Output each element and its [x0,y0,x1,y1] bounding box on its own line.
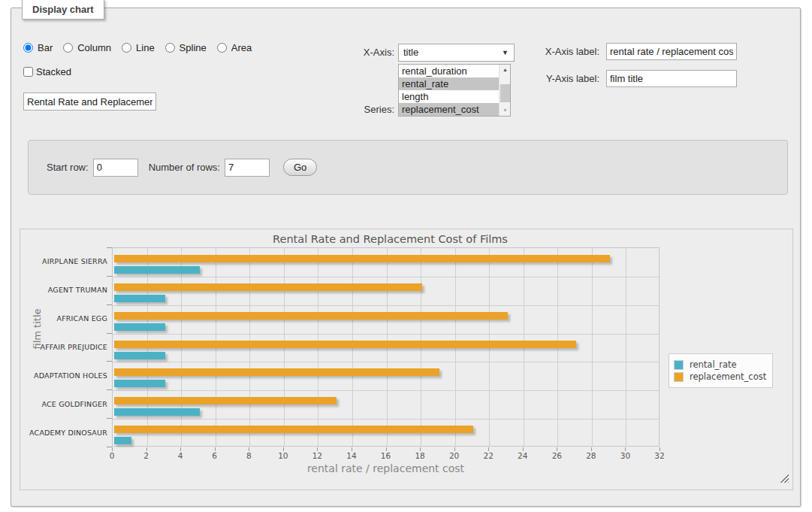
chart-title-input[interactable] [23,92,156,111]
bar-rental_rate [114,295,165,302]
bar-replacement_cost [114,341,576,348]
fieldset-legend: Display chart [22,0,104,20]
category-label: AFFAIR PREJUDICE [20,343,107,351]
radio-area-label[interactable]: Area [231,42,252,53]
bar-replacement_cost [114,255,610,262]
bar-rental_rate [114,323,165,331]
bar-rental_rate [114,437,131,444]
y-axis-label-input[interactable] [606,70,737,87]
radio-spline[interactable] [165,43,175,53]
x-tick-label: 10 [268,451,298,460]
bar-replacement_cost [114,283,422,291]
y-gridline [113,277,659,277]
bar-replacement_cost [114,312,508,320]
y-gridline [113,305,659,306]
radio-area[interactable] [217,43,227,53]
bar-replacement_cost [114,397,337,404]
y-tick-mark [107,389,112,390]
radio-line-label[interactable]: Line [136,42,155,53]
y-gridline [113,334,659,335]
radio-spline-label[interactable]: Spline [180,42,207,53]
y-tick-mark [107,361,112,362]
plot-area [112,247,660,447]
resize-handle-icon[interactable] [780,474,789,483]
radio-column[interactable] [63,43,73,53]
y-tick-mark [107,418,112,419]
chart-type-radio-group: Bar Column Line Spline Area [23,42,259,53]
bar-rental_rate [114,352,165,359]
category-label: AFRICAN EGG [20,314,107,323]
chart-title: Rental Rate and Replacement Cost of Film… [20,233,760,245]
chevron-down-icon: ▼ [502,49,509,56]
x-axis-label-field-label: X-Axis label: [530,46,599,57]
x-tick-label: 4 [165,451,195,460]
radio-bar-label[interactable]: Bar [38,42,53,53]
chart-legend: rental_ratereplacement_cost [669,353,773,388]
legend-label-rental_rate: rental_rate [690,359,737,370]
x-axis-label-input[interactable] [606,43,737,60]
x-tick-label: 32 [644,451,675,460]
x-tick-label: 22 [473,451,503,460]
x-tick-label: 26 [542,451,572,460]
y-tick-mark [107,447,112,447]
series-list-scrollbar[interactable]: ▲ ▼ [499,65,510,116]
x-tick-label: 6 [200,451,230,460]
x-axis-select-value: title [403,47,418,58]
bar-replacement_cost [114,368,439,376]
series-label: Series: [331,104,394,115]
x-tick-label: 20 [439,451,469,460]
bar-replacement_cost [114,426,473,433]
y-gridline [113,390,659,391]
radio-column-label[interactable]: Column [77,42,111,53]
start-row-label: Start row: [47,162,89,173]
stacked-label[interactable]: Stacked [36,66,71,77]
radio-bar[interactable] [23,43,33,53]
rows-panel: Start row: Number of rows: Go [28,140,788,195]
category-label: AIRPLANE SIERRA [20,257,107,265]
y-tick-mark [107,276,112,277]
legend-label-replacement_cost: replacement_cost [690,371,766,382]
legend-row: replacement_cost [674,371,766,382]
go-button[interactable]: Go [283,159,317,176]
start-row-input[interactable] [93,159,138,177]
category-label: ACADEMY DINOSAUR [20,429,107,437]
scrollbar-thumb[interactable] [500,84,510,102]
num-rows-input[interactable] [225,159,270,177]
x-axis-label: X-Axis: [331,47,394,58]
y-gridline [113,362,659,362]
x-tick-label: 24 [508,451,538,460]
x-tick-label: 8 [234,451,264,460]
chart-x-axis-title: rental rate / replacement cost [112,462,660,474]
x-tick-label: 14 [337,451,367,460]
x-tick-label: 0 [97,451,127,460]
bar-rental_rate [114,408,200,416]
series-option-rental-rate[interactable]: rental_rate [399,77,499,90]
x-tick-label: 18 [405,451,435,460]
y-tick-mark [107,304,112,305]
radio-line[interactable] [122,43,131,53]
bar-rental_rate [114,380,165,387]
legend-swatch-rental_rate [674,360,684,370]
legend-swatch-replacement_cost [674,372,684,382]
x-axis-select[interactable]: title ▼ [398,44,515,62]
fieldset-legend-label: Display chart [32,4,94,15]
category-label: ADAPTATION HOLES [20,371,107,380]
y-axis-label-field-label: Y-Axis label: [530,73,599,84]
y-tick-mark [107,333,112,334]
y-gridline [113,419,659,420]
series-multiselect[interactable]: rental_duration rental_rate length repla… [398,64,511,117]
x-gridline [626,248,626,446]
x-tick-label: 30 [610,451,640,460]
series-option-length[interactable]: length [399,90,499,103]
stacked-checkbox[interactable] [23,67,33,77]
scroll-up-icon[interactable]: ▲ [500,65,511,75]
scroll-down-icon[interactable]: ▼ [500,105,511,116]
chart-container: Rental Rate and Replacement Cost of Film… [20,229,793,490]
x-gridline [592,248,593,446]
y-tick-mark [107,247,112,248]
series-option-rental-duration[interactable]: rental_duration [399,65,499,77]
stacked-row: Stacked [23,66,71,77]
display-chart-fieldset: Display chart Bar Column Line Spline Are… [11,8,801,507]
series-option-replacement-cost[interactable]: replacement_cost [399,103,499,116]
x-tick-label: 16 [371,451,401,460]
